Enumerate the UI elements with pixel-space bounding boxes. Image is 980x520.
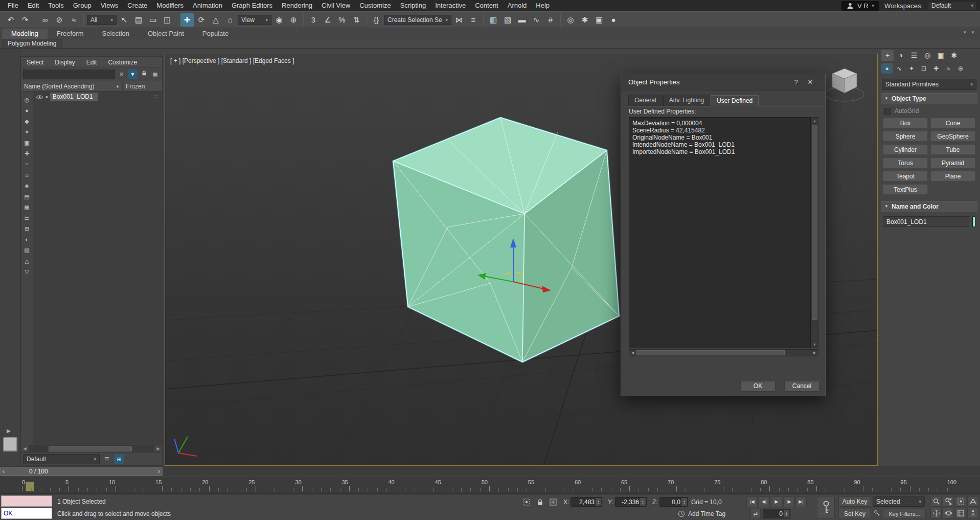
primitive-button[interactable]: Cone	[930, 118, 975, 128]
menu-item[interactable]: Content	[470, 0, 503, 11]
ribbon-tab-modeling[interactable]: Modeling	[2, 29, 48, 39]
key-filters-button[interactable]: Key Filters...	[883, 509, 926, 519]
clear-search-icon[interactable]: ✕	[117, 70, 126, 79]
render-setup-icon[interactable]: ✱	[578, 13, 591, 27]
absolute-offset-mode-icon[interactable]	[548, 497, 558, 507]
named-selection-set-dropdown[interactable]: Create Selection Se ▾	[384, 15, 451, 25]
menu-item[interactable]: Civil View	[317, 0, 355, 11]
workspace-select[interactable]: Default ▾	[928, 1, 977, 10]
menu-item[interactable]: Modifiers	[152, 0, 188, 11]
display-tab-icon[interactable]: ▣	[935, 50, 947, 61]
maxscript-mini-listener-input[interactable]	[1, 495, 52, 507]
spinner-icon[interactable]: ▲▼	[640, 498, 646, 506]
ribbon-tab-object-paint[interactable]: Object Paint	[139, 29, 193, 39]
explorer-filter-icon[interactable]: ●	[22, 106, 32, 115]
field-of-view-icon[interactable]	[967, 496, 978, 507]
viewcube[interactable]	[821, 60, 868, 107]
schematic-view-icon[interactable]: #	[544, 13, 557, 27]
explorer-filter-icon[interactable]: ▽	[22, 267, 32, 276]
select-and-move-icon[interactable]: ✚	[180, 13, 194, 27]
object-color-swatch[interactable]	[972, 216, 975, 227]
explorer-layers-icon[interactable]: ☰	[102, 454, 112, 464]
ribbon-tab-freeform[interactable]: Freeform	[48, 29, 93, 39]
auto-key-button[interactable]: Auto Key	[838, 496, 871, 507]
unlink-selection-icon[interactable]: ⊘	[53, 13, 66, 27]
lock-icon[interactable]	[139, 70, 149, 79]
mirror-icon[interactable]: ⋈	[452, 13, 466, 27]
menu-item[interactable]: Help	[531, 0, 554, 11]
percent-snap-icon[interactable]: %	[335, 13, 349, 27]
primitive-button[interactable]: Teapot	[883, 171, 928, 182]
explorer-filter-icon[interactable]: ✦	[22, 127, 32, 137]
add-time-tag[interactable]: Add Time Tag	[688, 510, 725, 517]
user-defined-properties-textarea[interactable]: MaxDeviation = 0,000004SceneRadius = 42,…	[629, 117, 811, 348]
select-and-scale-icon[interactable]: △	[209, 13, 222, 27]
reference-coordinate-dropdown[interactable]: View ▾	[238, 15, 271, 25]
menu-item[interactable]: Create	[123, 0, 152, 11]
isolate-selection-icon[interactable]	[521, 497, 532, 507]
visibility-eye-icon[interactable]	[36, 95, 43, 100]
create-tab-icon[interactable]: +	[881, 50, 894, 61]
playback-button[interactable]: ◀|	[759, 496, 770, 507]
scrollbar-thumb[interactable]	[636, 350, 785, 355]
selection-filter-dropdown[interactable]: All ▾	[87, 15, 117, 25]
walk-through-icon[interactable]	[967, 508, 978, 518]
orbit-icon[interactable]	[943, 508, 954, 518]
x-coordinate-field[interactable]: 2,483 ▲▼	[571, 497, 602, 507]
menu-item[interactable]: Interactive	[430, 0, 470, 11]
set-key-button[interactable]: Set Key	[838, 509, 871, 519]
cancel-button[interactable]: Cancel	[784, 381, 819, 392]
column-settings-icon[interactable]: ▦	[150, 70, 160, 79]
select-and-place-icon[interactable]: ⌂	[223, 13, 237, 27]
time-slider-handle[interactable]: ‹ 0 / 100 ›	[0, 467, 163, 476]
select-and-rotate-icon[interactable]: ⟳	[195, 13, 208, 27]
explorer-filter-icon[interactable]: ▤	[22, 192, 32, 201]
primitive-button[interactable]: TextPlus	[883, 184, 928, 195]
help-icon[interactable]: ?	[789, 78, 803, 86]
maxscript-mini-listener-output[interactable]: OK	[1, 508, 52, 519]
explorer-filter-icon[interactable]: ⌂	[22, 170, 32, 179]
explorer-preset-dropdown[interactable]: Default ▾	[23, 454, 100, 464]
select-object-icon[interactable]: ↖	[118, 13, 131, 27]
dialog-horizontal-scrollbar[interactable]: ◀ ▶	[629, 349, 818, 356]
close-icon[interactable]: ✕	[803, 78, 818, 86]
toggle-layer-explorer-icon[interactable]: ▧	[501, 13, 514, 27]
scroll-left-icon[interactable]: ◀	[629, 350, 636, 356]
menu-item[interactable]: Customize	[355, 0, 395, 11]
scroll-up-icon[interactable]: ▲	[811, 118, 818, 124]
scrollbar-track[interactable]	[29, 445, 154, 452]
explorer-filter-icon[interactable]: ≈	[22, 160, 32, 169]
playback-button[interactable]: |▶	[783, 496, 794, 507]
menu-item[interactable]: Views	[96, 0, 123, 11]
scroll-right-icon[interactable]: ▶	[811, 350, 818, 356]
spinner-icon[interactable]: ▲▼	[596, 498, 601, 506]
list-item[interactable]: ● Box001_LOD1 ∷	[33, 92, 162, 102]
explorer-filter-icon[interactable]: ☰	[22, 213, 32, 222]
maximize-viewport-icon[interactable]	[955, 508, 966, 518]
helpers-category-icon[interactable]: ✚	[930, 63, 942, 74]
bind-to-space-warp-icon[interactable]: ≈	[67, 13, 80, 27]
explorer-filter-icon[interactable]: ▣	[22, 138, 32, 147]
key-mode-toggle-icon[interactable]: ⇄	[750, 509, 761, 519]
spinner-icon[interactable]: ▲▼	[784, 510, 789, 517]
primitive-button[interactable]: Torus	[883, 157, 928, 168]
ribbon-tab-populate[interactable]: Populate	[193, 29, 238, 39]
menu-item[interactable]: Edit	[23, 0, 43, 11]
explorer-menu-item[interactable]: Select	[21, 59, 49, 66]
explorer-filter-icon[interactable]: △	[22, 256, 32, 265]
explorer-filter-icon[interactable]: ✚	[22, 149, 32, 158]
scrollbar-thumb[interactable]	[812, 125, 817, 320]
zoom-all-icon[interactable]	[943, 496, 954, 507]
previous-frame-nub-icon[interactable]: ‹	[3, 467, 5, 476]
ok-button[interactable]: OK	[740, 381, 776, 392]
explorer-filter-icon[interactable]: ▦	[22, 202, 32, 212]
menu-item[interactable]: Group	[69, 0, 96, 11]
explorer-filter-icon[interactable]: ◐	[22, 235, 32, 244]
window-crossing-icon[interactable]: ◫	[161, 13, 174, 27]
modify-tab-icon[interactable]: ◑	[895, 50, 907, 61]
tab-adv-lighting[interactable]: Adv. Lighting	[663, 95, 711, 106]
spinner-icon[interactable]: ▲▼	[681, 498, 687, 506]
undo-icon[interactable]: ↶	[4, 13, 17, 27]
select-by-name-icon[interactable]: ▤	[132, 13, 145, 27]
scroll-down-icon[interactable]: ▼	[811, 341, 818, 348]
